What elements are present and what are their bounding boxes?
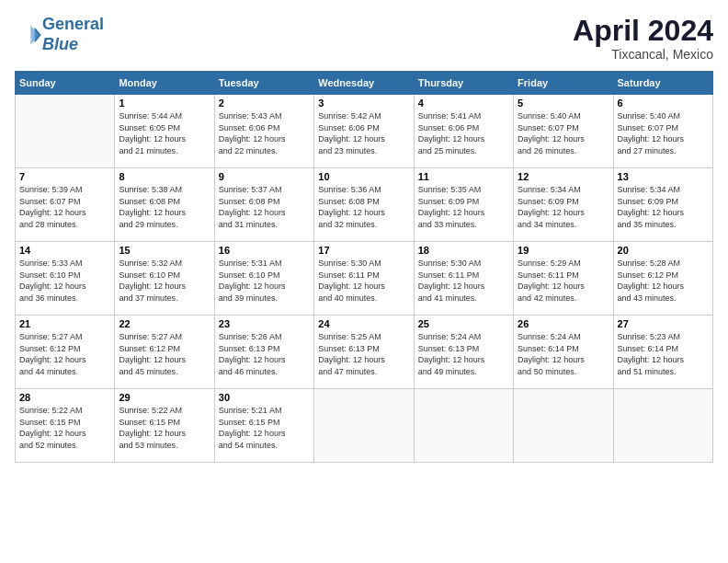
day-cell — [414, 389, 513, 463]
day-cell: 26Sunrise: 5:24 AM Sunset: 6:14 PM Dayli… — [514, 316, 613, 389]
day-cell — [16, 95, 115, 168]
logo: General Blue — [15, 15, 104, 54]
day-number: 5 — [518, 98, 609, 109]
day-cell — [314, 389, 414, 463]
day-info: Sunrise: 5:40 AM Sunset: 6:07 PM Dayligh… — [618, 110, 709, 156]
day-number: 16 — [219, 245, 310, 256]
day-cell: 23Sunrise: 5:26 AM Sunset: 6:13 PM Dayli… — [214, 316, 313, 389]
day-info: Sunrise: 5:30 AM Sunset: 6:11 PM Dayligh… — [418, 258, 509, 304]
day-info: Sunrise: 5:23 AM Sunset: 6:14 PM Dayligh… — [618, 331, 709, 377]
day-cell: 15Sunrise: 5:32 AM Sunset: 6:10 PM Dayli… — [115, 242, 214, 316]
col-friday: Friday — [514, 72, 613, 95]
day-cell: 24Sunrise: 5:25 AM Sunset: 6:13 PM Dayli… — [314, 316, 414, 389]
day-info: Sunrise: 5:31 AM Sunset: 6:10 PM Dayligh… — [219, 258, 310, 304]
page: General Blue April 2024 Tixcancal, Mexic… — [0, 0, 728, 563]
logo-line2: Blue — [42, 35, 78, 53]
day-number: 19 — [518, 245, 609, 256]
day-number: 1 — [119, 98, 210, 109]
day-cell: 18Sunrise: 5:30 AM Sunset: 6:11 PM Dayli… — [414, 242, 513, 316]
day-cell: 21Sunrise: 5:27 AM Sunset: 6:12 PM Dayli… — [16, 316, 115, 389]
day-info: Sunrise: 5:37 AM Sunset: 6:08 PM Dayligh… — [219, 184, 310, 230]
day-info: Sunrise: 5:40 AM Sunset: 6:07 PM Dayligh… — [518, 110, 609, 156]
day-cell: 7Sunrise: 5:39 AM Sunset: 6:07 PM Daylig… — [16, 168, 115, 242]
col-sunday: Sunday — [16, 72, 115, 95]
day-cell: 28Sunrise: 5:22 AM Sunset: 6:15 PM Dayli… — [16, 389, 115, 463]
week-row-5: 28Sunrise: 5:22 AM Sunset: 6:15 PM Dayli… — [16, 389, 713, 463]
day-number: 29 — [119, 392, 210, 403]
day-cell: 5Sunrise: 5:40 AM Sunset: 6:07 PM Daylig… — [514, 95, 613, 168]
col-thursday: Thursday — [414, 72, 513, 95]
day-number: 24 — [318, 318, 409, 329]
day-number: 9 — [219, 171, 310, 182]
day-number: 28 — [19, 392, 110, 403]
day-cell: 29Sunrise: 5:22 AM Sunset: 6:15 PM Dayli… — [115, 389, 214, 463]
day-info: Sunrise: 5:29 AM Sunset: 6:11 PM Dayligh… — [518, 258, 609, 304]
day-number: 10 — [318, 171, 409, 182]
day-cell — [514, 389, 613, 463]
day-cell: 12Sunrise: 5:34 AM Sunset: 6:09 PM Dayli… — [514, 168, 613, 242]
day-cell: 2Sunrise: 5:43 AM Sunset: 6:06 PM Daylig… — [214, 95, 313, 168]
logo-line1: General — [42, 15, 104, 33]
day-cell: 6Sunrise: 5:40 AM Sunset: 6:07 PM Daylig… — [613, 95, 712, 168]
calendar-header: Sunday Monday Tuesday Wednesday Thursday… — [16, 72, 713, 95]
header-row: Sunday Monday Tuesday Wednesday Thursday… — [16, 72, 713, 95]
day-number: 8 — [119, 171, 210, 182]
day-number: 3 — [318, 98, 409, 109]
day-cell: 1Sunrise: 5:44 AM Sunset: 6:05 PM Daylig… — [115, 95, 214, 168]
day-info: Sunrise: 5:28 AM Sunset: 6:12 PM Dayligh… — [618, 258, 709, 304]
calendar-body: 1Sunrise: 5:44 AM Sunset: 6:05 PM Daylig… — [16, 95, 713, 463]
day-cell: 16Sunrise: 5:31 AM Sunset: 6:10 PM Dayli… — [214, 242, 313, 316]
day-cell: 9Sunrise: 5:37 AM Sunset: 6:08 PM Daylig… — [214, 168, 313, 242]
day-cell: 14Sunrise: 5:33 AM Sunset: 6:10 PM Dayli… — [16, 242, 115, 316]
day-info: Sunrise: 5:42 AM Sunset: 6:06 PM Dayligh… — [318, 110, 409, 156]
day-info: Sunrise: 5:24 AM Sunset: 6:14 PM Dayligh… — [518, 331, 609, 377]
day-info: Sunrise: 5:22 AM Sunset: 6:15 PM Dayligh… — [19, 405, 110, 451]
day-number: 26 — [518, 318, 609, 329]
day-number: 6 — [618, 98, 709, 109]
day-info: Sunrise: 5:33 AM Sunset: 6:10 PM Dayligh… — [19, 258, 110, 304]
day-info: Sunrise: 5:41 AM Sunset: 6:06 PM Dayligh… — [418, 110, 509, 156]
col-tuesday: Tuesday — [214, 72, 313, 95]
day-cell: 17Sunrise: 5:30 AM Sunset: 6:11 PM Dayli… — [314, 242, 414, 316]
day-info: Sunrise: 5:32 AM Sunset: 6:10 PM Dayligh… — [119, 258, 210, 304]
week-row-1: 1Sunrise: 5:44 AM Sunset: 6:05 PM Daylig… — [16, 95, 713, 168]
day-cell: 10Sunrise: 5:36 AM Sunset: 6:08 PM Dayli… — [314, 168, 414, 242]
day-info: Sunrise: 5:34 AM Sunset: 6:09 PM Dayligh… — [618, 184, 709, 230]
header: General Blue April 2024 Tixcancal, Mexic… — [15, 15, 713, 62]
week-row-4: 21Sunrise: 5:27 AM Sunset: 6:12 PM Dayli… — [16, 316, 713, 389]
day-number: 21 — [19, 318, 110, 329]
col-wednesday: Wednesday — [314, 72, 414, 95]
day-number: 27 — [618, 318, 709, 329]
day-number: 7 — [19, 171, 110, 182]
day-info: Sunrise: 5:30 AM Sunset: 6:11 PM Dayligh… — [318, 258, 409, 304]
day-cell — [613, 389, 712, 463]
day-cell: 25Sunrise: 5:24 AM Sunset: 6:13 PM Dayli… — [414, 316, 513, 389]
week-row-3: 14Sunrise: 5:33 AM Sunset: 6:10 PM Dayli… — [16, 242, 713, 316]
day-info: Sunrise: 5:34 AM Sunset: 6:09 PM Dayligh… — [518, 184, 609, 230]
location: Tixcancal, Mexico — [573, 47, 713, 62]
day-number: 30 — [219, 392, 310, 403]
logo-text: General Blue — [42, 15, 104, 54]
logo-icon — [17, 22, 42, 48]
day-info: Sunrise: 5:22 AM Sunset: 6:15 PM Dayligh… — [119, 405, 210, 451]
day-number: 25 — [418, 318, 509, 329]
day-number: 23 — [219, 318, 310, 329]
day-info: Sunrise: 5:25 AM Sunset: 6:13 PM Dayligh… — [318, 331, 409, 377]
col-monday: Monday — [115, 72, 214, 95]
day-info: Sunrise: 5:27 AM Sunset: 6:12 PM Dayligh… — [19, 331, 110, 377]
day-number: 18 — [418, 245, 509, 256]
title-block: April 2024 Tixcancal, Mexico — [573, 15, 713, 62]
day-number: 17 — [318, 245, 409, 256]
day-info: Sunrise: 5:39 AM Sunset: 6:07 PM Dayligh… — [19, 184, 110, 230]
day-cell: 11Sunrise: 5:35 AM Sunset: 6:09 PM Dayli… — [414, 168, 513, 242]
day-number: 22 — [119, 318, 210, 329]
day-number: 13 — [618, 171, 709, 182]
day-info: Sunrise: 5:43 AM Sunset: 6:06 PM Dayligh… — [219, 110, 310, 156]
day-info: Sunrise: 5:36 AM Sunset: 6:08 PM Dayligh… — [318, 184, 409, 230]
day-info: Sunrise: 5:24 AM Sunset: 6:13 PM Dayligh… — [418, 331, 509, 377]
day-info: Sunrise: 5:27 AM Sunset: 6:12 PM Dayligh… — [119, 331, 210, 377]
day-cell: 4Sunrise: 5:41 AM Sunset: 6:06 PM Daylig… — [414, 95, 513, 168]
day-cell: 13Sunrise: 5:34 AM Sunset: 6:09 PM Dayli… — [613, 168, 712, 242]
day-info: Sunrise: 5:38 AM Sunset: 6:08 PM Dayligh… — [119, 184, 210, 230]
calendar-table: Sunday Monday Tuesday Wednesday Thursday… — [15, 71, 713, 463]
